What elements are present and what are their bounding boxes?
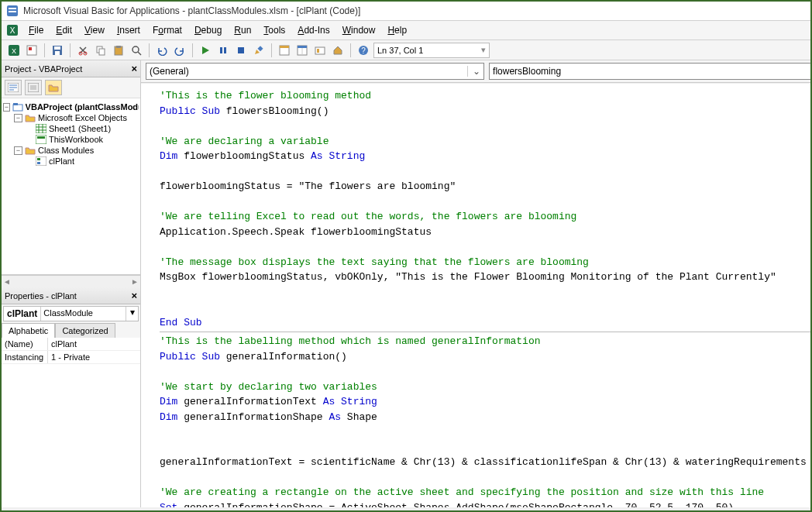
excel-icon[interactable]: X	[6, 24, 19, 36]
svg-rect-43	[36, 124, 46, 133]
collapse-icon[interactable]: −	[14, 146, 22, 155]
cursor-position-box: Ln 37, Col 1 ▾	[373, 43, 490, 58]
collapse-icon[interactable]: −	[3, 103, 10, 112]
svg-rect-40	[30, 85, 36, 90]
help-icon[interactable]: ?	[356, 43, 371, 58]
save-icon[interactable]	[50, 43, 65, 58]
tree-sheet1[interactable]: Sheet1 (Sheet1)	[3, 123, 139, 134]
properties-object-selector[interactable]: clPlant ClassModule ▾	[3, 306, 139, 321]
view-excel-icon[interactable]: X	[6, 43, 22, 58]
svg-line-19	[138, 52, 141, 55]
menu-window[interactable]: Window	[337, 22, 381, 38]
window-title: Microsoft Visual Basic for Applications …	[23, 5, 360, 16]
reset-icon[interactable]	[233, 43, 249, 58]
object-name: clPlant	[4, 307, 40, 321]
object-browser-icon[interactable]	[312, 43, 328, 58]
tree-root[interactable]: − VBAProject (plantClassModules.xlsm)	[3, 101, 139, 112]
scroll-left-icon[interactable]: ◄	[3, 277, 11, 286]
tree-label: Microsoft Excel Objects	[38, 113, 127, 122]
toolbar: X ? Ln 37, Col 1 ▾	[2, 40, 810, 60]
project-explorer-icon[interactable]	[277, 43, 292, 58]
redo-icon[interactable]	[172, 43, 188, 58]
toolbox-icon[interactable]	[330, 43, 346, 58]
project-toolbar	[2, 77, 140, 98]
property-row[interactable]: Instancing 1 - Private	[2, 351, 140, 364]
svg-rect-32	[317, 49, 319, 53]
tree-excel-objects[interactable]: − Microsoft Excel Objects	[3, 112, 139, 123]
cursor-position-text: Ln 37, Col 1	[377, 46, 423, 55]
property-value[interactable]: clPlant	[48, 338, 140, 350]
svg-rect-21	[220, 47, 222, 53]
svg-rect-50	[36, 156, 46, 166]
chevron-down-icon[interactable]: ⌄	[467, 66, 480, 77]
menu-view[interactable]: View	[79, 22, 110, 38]
menu-tools[interactable]: Tools	[258, 22, 291, 38]
svg-rect-52	[37, 162, 40, 164]
tree-class-modules[interactable]: − Class Modules	[3, 145, 139, 156]
design-mode-icon[interactable]	[251, 43, 267, 58]
menu-edit[interactable]: Edit	[50, 22, 77, 38]
svg-rect-31	[315, 47, 325, 54]
svg-rect-48	[36, 135, 46, 144]
tree-scrollbar[interactable]: ◄►	[2, 275, 140, 287]
project-panel-title: Project - VBAProject ×	[2, 60, 140, 77]
procedure-separator	[160, 332, 812, 332]
svg-text:X: X	[10, 26, 15, 35]
dropdown-icon[interactable]: ▾	[481, 45, 486, 55]
close-icon[interactable]: ×	[131, 63, 137, 74]
svg-rect-11	[55, 51, 60, 55]
close-icon[interactable]: ×	[131, 290, 137, 301]
tab-categorized[interactable]: Categorized	[55, 323, 115, 338]
svg-point-18	[132, 46, 139, 53]
svg-rect-1	[9, 8, 16, 9]
project-tree[interactable]: − VBAProject (plantClassModules.xlsm) − …	[2, 98, 140, 275]
collapse-icon[interactable]: −	[14, 114, 22, 122]
chevron-down-icon[interactable]: ▾	[126, 307, 138, 321]
property-value[interactable]: 1 - Private	[48, 351, 140, 363]
folder-icon	[25, 113, 36, 122]
svg-rect-10	[54, 46, 60, 50]
procedure-combo[interactable]: flowersBlooming ⌄	[489, 63, 812, 80]
paste-icon[interactable]	[111, 43, 126, 58]
menu-help[interactable]: Help	[382, 22, 412, 38]
property-row[interactable]: (Name) clPlant	[2, 338, 140, 351]
view-code-icon[interactable]	[5, 80, 22, 95]
separator	[149, 43, 150, 57]
run-icon[interactable]	[198, 43, 213, 58]
properties-grid[interactable]: (Name) clPlant Instancing 1 - Private	[2, 338, 140, 507]
object-combo[interactable]: (General) ⌄	[146, 63, 484, 80]
view-object-icon[interactable]	[25, 80, 42, 95]
menu-run[interactable]: Run	[229, 22, 256, 38]
insert-module-icon[interactable]	[24, 43, 40, 58]
properties-window-icon[interactable]	[294, 43, 310, 58]
toggle-folders-icon[interactable]	[45, 80, 62, 95]
find-icon[interactable]	[129, 43, 144, 58]
menu-addins[interactable]: Add-Ins	[292, 22, 335, 38]
break-icon[interactable]	[215, 43, 231, 58]
scroll-right-icon[interactable]: ►	[131, 277, 139, 286]
svg-text:?: ?	[361, 46, 366, 55]
separator	[350, 43, 351, 57]
tab-alphabetic[interactable]: Alphabetic	[2, 323, 55, 338]
svg-rect-41	[13, 105, 22, 111]
code-editor[interactable]: 'This is the flower blooming method Publ…	[141, 83, 812, 507]
folder-icon	[25, 146, 36, 155]
copy-icon[interactable]	[93, 43, 108, 58]
tree-label: Sheet1 (Sheet1)	[49, 124, 111, 133]
menu-debug[interactable]: Debug	[189, 22, 227, 38]
tree-clplant[interactable]: clPlant	[3, 156, 139, 167]
separator	[44, 43, 45, 57]
menu-file[interactable]: File	[23, 22, 49, 38]
svg-rect-25	[257, 46, 263, 51]
svg-rect-27	[280, 46, 289, 48]
properties-panel-label: Properties - clPlant	[5, 291, 77, 301]
cut-icon[interactable]	[75, 43, 91, 58]
tree-thisworkbook[interactable]: ThisWorkbook	[3, 134, 139, 145]
workbook-icon	[36, 135, 46, 144]
svg-rect-23	[238, 47, 244, 53]
svg-marker-20	[202, 46, 209, 54]
tree-root-label: VBAProject (plantClassModules.xlsm)	[26, 102, 139, 112]
undo-icon[interactable]	[154, 43, 170, 58]
menu-insert[interactable]: Insert	[112, 22, 146, 38]
menu-format[interactable]: Format	[147, 22, 188, 38]
